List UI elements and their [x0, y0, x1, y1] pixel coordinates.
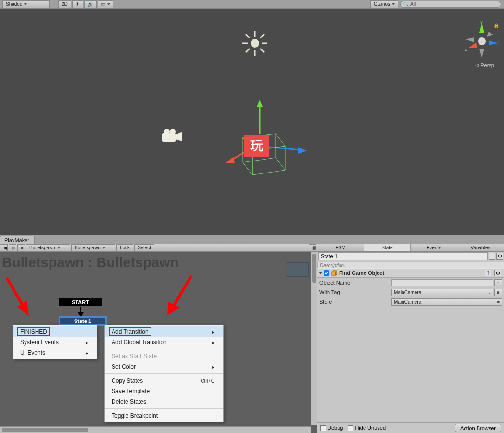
action-help-button[interactable]: ?: [485, 270, 491, 276]
prop-object-name-var-button[interactable]: ≡: [494, 279, 502, 286]
svg-line-8: [260, 34, 264, 38]
inspector-tabs: FSM State Events Variables: [317, 244, 504, 252]
scene-object-gizmo[interactable]: 玩: [216, 100, 308, 182]
debug-checkbox[interactable]: Debug: [320, 425, 343, 431]
menu-item-add-transition[interactable]: Add Transition▸: [105, 326, 223, 337]
menu-item-copy-states[interactable]: Copy StatesCtrl+C: [105, 375, 223, 386]
state-node-state1[interactable]: State 1: [59, 316, 107, 326]
state-inspector: FSM State Events Variables ⚙ Find Game O…: [317, 244, 504, 433]
prop-store-label: Store: [319, 299, 391, 305]
search-icon: 🔍: [403, 2, 409, 7]
shading-mode-dropdown[interactable]: Shaded: [2, 0, 50, 8]
prop-object-name-label: Object Name: [319, 280, 391, 285]
svg-marker-12: [176, 132, 182, 141]
tab-events[interactable]: Events: [411, 244, 457, 251]
search-input[interactable]: 🔍 All: [400, 1, 501, 8]
start-arrow-icon: [77, 307, 85, 317]
tab-state[interactable]: State: [364, 244, 411, 251]
state-selector-dropdown[interactable]: Bulletspawn: [71, 244, 115, 252]
svg-marker-28: [468, 42, 477, 48]
tab-variables[interactable]: Variables: [457, 244, 504, 251]
prop-with-tag-dropdown[interactable]: MainCamera: [391, 289, 493, 296]
tab-fsm[interactable]: FSM: [317, 244, 364, 251]
directional-light-icon: [240, 29, 269, 60]
prop-store-dropdown[interactable]: MainCamera: [391, 298, 502, 306]
nav-forward-button[interactable]: ▶: [9, 244, 16, 251]
scene-effects-dropdown[interactable]: ▭: [98, 0, 113, 8]
state-settings-button[interactable]: ⚙: [496, 253, 503, 260]
select-button[interactable]: Select: [134, 244, 154, 251]
gizmos-dropdown[interactable]: Gizmos: [370, 0, 398, 8]
action-header[interactable]: Find Game Object ? ⚙: [317, 268, 504, 278]
svg-line-7: [246, 49, 250, 52]
prop-object-name-field[interactable]: [391, 279, 493, 286]
prop-with-tag-var-button[interactable]: ≡: [494, 289, 502, 296]
minimap-toggle[interactable]: ▦: [309, 244, 316, 251]
hide-unused-checkbox[interactable]: Hide Unused: [348, 425, 386, 431]
nav-menu-button[interactable]: ≡: [17, 244, 25, 251]
lock-button[interactable]: Lock: [116, 244, 133, 251]
chevron-right-icon: ▸: [86, 340, 88, 345]
inspector-footer: Debug Hide Unused Action Browser: [317, 422, 504, 433]
playmaker-graph-canvas[interactable]: Bulletspawn : Bulletspawn START State 1: [0, 252, 317, 433]
axis-y-label: y: [480, 19, 483, 24]
menu-item-toggle-breakpoint[interactable]: Toggle Breakpoint: [105, 410, 223, 421]
menu-item-set-color[interactable]: Set Color▸: [105, 361, 223, 372]
minimap[interactable]: [286, 262, 309, 277]
projection-toggle[interactable]: ◁ Persp: [475, 62, 494, 68]
action-browser-button[interactable]: Action Browser: [455, 424, 501, 432]
menu-item-system-events[interactable]: System Events▸: [13, 337, 97, 347]
tab-playmaker[interactable]: PlayMaker: [0, 236, 35, 244]
svg-marker-16: [298, 147, 307, 154]
object-watermark: 玩: [244, 135, 269, 157]
horizontal-scrollbar[interactable]: [0, 426, 311, 433]
svg-point-11: [170, 129, 176, 135]
menu-item-save-template[interactable]: Save Template: [105, 386, 223, 396]
chevron-right-icon: ▸: [212, 340, 214, 345]
start-node[interactable]: START: [59, 298, 102, 306]
svg-marker-29: [479, 49, 484, 58]
svg-line-32: [7, 278, 24, 308]
svg-marker-26: [479, 23, 484, 33]
scene-view[interactable]: 玩 🔒 y z x ◁ Persp: [0, 9, 504, 235]
svg-line-6: [260, 49, 264, 52]
svg-marker-14: [257, 100, 263, 107]
vertical-scrollbar[interactable]: [311, 252, 317, 425]
svg-rect-38: [332, 272, 336, 275]
shortcut-label: Ctrl+C: [201, 378, 214, 384]
svg-marker-27: [489, 40, 498, 45]
menu-item-ui-events[interactable]: UI Events▸: [13, 347, 97, 358]
search-placeholder: All: [410, 1, 416, 7]
svg-line-34: [173, 276, 191, 307]
sun-icon: ☀: [76, 1, 80, 7]
orientation-gizmo[interactable]: y z x: [463, 20, 501, 59]
svg-line-24: [276, 158, 285, 170]
nav-back-button[interactable]: ◀: [0, 244, 8, 251]
svg-point-0: [251, 39, 259, 48]
state-name-input[interactable]: [318, 252, 488, 260]
svg-point-10: [164, 129, 170, 135]
context-submenu-events: FINISHED System Events▸ UI Events▸: [13, 325, 97, 359]
scene-toolbar: Shaded 2D ☀ 🔊 ▭ Gizmos 🔍 All: [0, 0, 504, 9]
annotation-arrow-right: [162, 273, 195, 319]
playmaker-toolbar: ◀ ▶ ≡ Bulletspawn Bulletspawn Lock Selec…: [0, 244, 317, 252]
2d-toggle[interactable]: 2D: [58, 0, 71, 8]
scene-audio-toggle[interactable]: 🔊: [84, 0, 97, 8]
state-placeholder: [167, 319, 220, 324]
playmaker-tab-strip: PlayMaker: [0, 235, 504, 244]
menu-item-finished[interactable]: FINISHED: [13, 326, 97, 337]
graph-title: Bulletspawn : Bulletspawn: [2, 255, 178, 271]
menu-item-add-global-transition[interactable]: Add Global Transition▸: [105, 337, 223, 347]
action-settings-button[interactable]: ⚙: [494, 270, 501, 276]
projection-icon: ◁: [475, 63, 479, 68]
menu-item-delete-states[interactable]: Delete States: [105, 396, 223, 407]
state-color-swatch[interactable]: [489, 253, 495, 260]
menu-item-set-start-state: Set as Start State: [105, 351, 223, 361]
context-menu-state: Add Transition▸ Add Global Transition▸ S…: [104, 325, 224, 422]
scene-light-toggle[interactable]: ☀: [72, 0, 83, 8]
speaker-icon: 🔊: [88, 1, 93, 7]
fsm-selector-dropdown[interactable]: Bulletspawn: [26, 244, 70, 252]
svg-point-25: [478, 37, 486, 45]
axis-z-label: z: [497, 39, 500, 44]
action-enabled-checkbox[interactable]: [324, 270, 329, 276]
